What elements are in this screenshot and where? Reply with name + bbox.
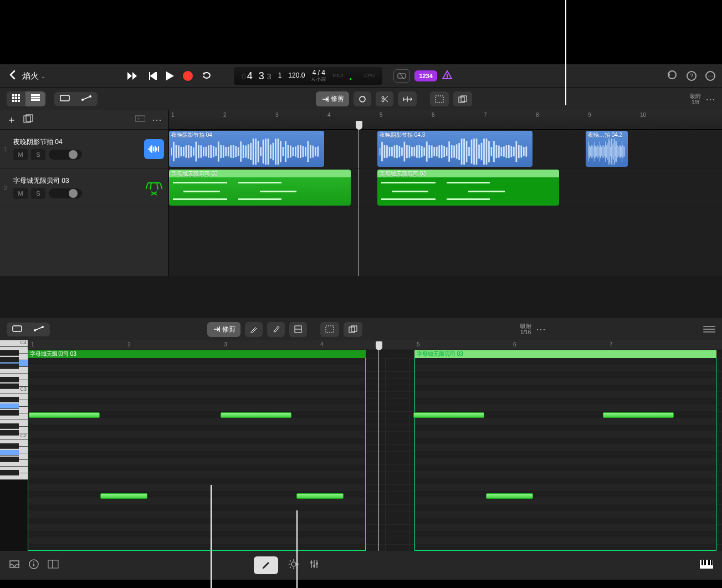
svg-rect-6 [18, 94, 20, 96]
midi-note[interactable] [603, 412, 674, 418]
mixer-button[interactable] [309, 559, 319, 571]
ruler-mark: 1 [171, 112, 175, 118]
editor-automation-button[interactable] [28, 323, 50, 336]
automation-button[interactable] [75, 92, 98, 106]
go-to-start-button[interactable] [149, 72, 157, 80]
edit-mode-button[interactable] [254, 556, 278, 574]
audio-region[interactable]: 夜晚…拍 04.2 [586, 131, 628, 167]
octave-label: C2 [20, 433, 27, 438]
editor-copy-button[interactable] [344, 322, 362, 337]
info-button[interactable] [29, 559, 39, 571]
move-tool-button[interactable] [398, 91, 417, 106]
editor-snap-control[interactable]: 吸附 1/16 [520, 323, 531, 335]
midi-note[interactable] [29, 412, 100, 418]
view-grid-button[interactable] [7, 91, 25, 106]
solo-button[interactable]: S [31, 149, 45, 160]
track-index: 1 [2, 146, 9, 152]
midi-region[interactable]: 字母城无限贝司 03 [169, 170, 351, 206]
ruler-mark: 4 [327, 112, 331, 118]
svg-rect-12 [18, 100, 20, 102]
brush-tool-button[interactable] [267, 322, 285, 337]
more-menu-button[interactable]: ⋯ [705, 71, 715, 81]
track-more-button[interactable]: ⋯ [152, 114, 162, 126]
track-filter-button[interactable]: + [135, 115, 145, 125]
annotation-line [296, 510, 298, 588]
editor-region[interactable]: 字母城无限贝司 03 [28, 350, 366, 551]
copy-tool-button[interactable] [453, 91, 472, 106]
replace-mode-button[interactable] [393, 69, 410, 83]
svg-point-250 [316, 563, 318, 565]
editor-ruler-mark: 6 [513, 341, 516, 347]
region-label: 字母城无限贝司 03 [380, 170, 426, 178]
midi-note[interactable] [296, 493, 344, 499]
back-button[interactable] [7, 70, 18, 83]
region-label: 夜晚阴影节拍 04.3 [380, 131, 425, 139]
arrange-more-button[interactable]: ⋯ [705, 94, 715, 104]
inbox-button[interactable] [9, 560, 20, 571]
lcd-display[interactable]: 0 4 3 3 1 120.0 4 / 4 A 小调 MIDI CPU [234, 67, 382, 85]
editor-ruler-mark: 5 [417, 341, 420, 347]
library-button[interactable] [48, 560, 59, 571]
region-select-button[interactable] [54, 92, 75, 106]
view-tracks-button[interactable] [25, 91, 45, 106]
midi-track-icon [144, 178, 164, 198]
pencil-tool-button[interactable] [245, 322, 263, 337]
midi-note[interactable] [100, 493, 147, 499]
track-header[interactable]: 1 夜晚阴影节拍 04 M S [0, 130, 168, 168]
volume-slider[interactable] [49, 150, 82, 160]
help-button[interactable]: ? [687, 71, 697, 81]
ruler-mark: 2 [223, 112, 227, 118]
fast-forward-button[interactable] [127, 72, 140, 80]
track-header[interactable]: 2 字母城无限贝司 03 M S [0, 168, 168, 207]
editor-region-view-button[interactable] [7, 323, 28, 336]
editor-playhead[interactable] [376, 341, 382, 350]
editor-ruler-mark: 1 [31, 341, 34, 347]
play-button[interactable] [166, 71, 174, 80]
snap-control[interactable]: 吸附 1/8 [690, 93, 701, 105]
velocity-tool-button[interactable] [289, 322, 307, 337]
midi-note[interactable] [413, 412, 484, 418]
keyboard-button[interactable] [700, 560, 713, 571]
ruler-mark: 3 [275, 112, 279, 118]
duplicate-track-button[interactable] [23, 114, 33, 125]
piano-roll-editor: 修剪 吸附 [0, 318, 722, 551]
tuner-button[interactable] [442, 70, 453, 83]
editor-trim-label: 修剪 [222, 325, 235, 334]
cycle-button[interactable] [202, 72, 213, 80]
editor-drag-handle[interactable] [703, 326, 715, 333]
mute-button[interactable]: M [13, 188, 28, 199]
marquee-tool-button[interactable] [430, 91, 449, 106]
editor-marquee-button[interactable] [320, 322, 339, 337]
editor-region-label: 字母城无限贝司 03 [28, 350, 366, 358]
undo-button[interactable] [667, 70, 678, 82]
playhead[interactable] [356, 121, 362, 130]
count-in-button[interactable]: 1234 [414, 70, 437, 81]
piano-keyboard[interactable]: C4C3C2 [0, 340, 28, 551]
record-button[interactable] [183, 71, 193, 81]
region-label: 夜晚…拍 04.2 [588, 131, 622, 139]
arrange-area: ＋ + ⋯ 1 夜晚阴影节拍 04 M S 2 [0, 110, 722, 276]
audio-region[interactable]: 夜晚阴影节拍 04.3 [377, 131, 532, 167]
project-title[interactable]: 焰火 ⌄ [22, 71, 45, 81]
editor-ruler[interactable]: 1234567 [28, 340, 722, 350]
midi-region[interactable]: 字母城无限贝司 03 [377, 170, 559, 206]
editor-trim-button[interactable]: 修剪 [207, 322, 240, 337]
editor-region[interactable]: 字母城无限贝司 03 [414, 350, 716, 551]
mute-button[interactable]: M [13, 149, 28, 160]
volume-slider[interactable] [49, 188, 82, 198]
editor-grid[interactable]: 1234567 字母城无限贝司 03字母城无限贝司 03 [28, 340, 722, 551]
editor-more-button[interactable]: ⋯ [536, 323, 546, 335]
midi-note[interactable] [221, 412, 291, 418]
add-track-button[interactable]: ＋ [7, 113, 17, 126]
svg-rect-221 [13, 326, 22, 331]
midi-note[interactable] [486, 493, 533, 499]
loop-tool-button[interactable] [354, 91, 371, 106]
cpu-meter [350, 71, 357, 81]
trim-tool-button[interactable]: 修剪 [316, 91, 349, 106]
solo-button[interactable]: S [31, 188, 45, 199]
arrange-ruler[interactable]: 12345678910 [169, 110, 722, 130]
svg-point-233 [33, 561, 34, 563]
audio-region[interactable]: 夜晚阴影节拍 04 [169, 131, 324, 167]
arrange-body[interactable]: 12345678910 夜晚阴影节拍 04夜晚阴影节拍 04.3夜晚…拍 04.… [169, 110, 722, 276]
split-tool-button[interactable] [376, 91, 393, 106]
